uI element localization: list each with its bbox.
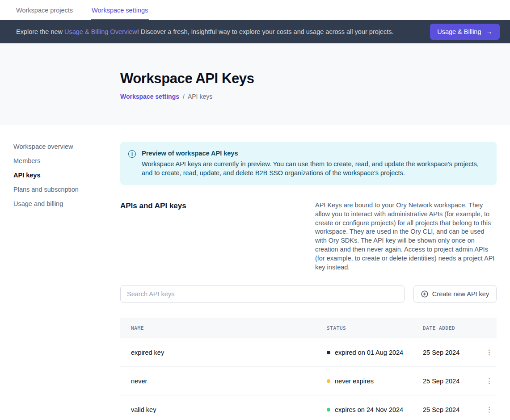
sidebar-item-workspace-overview[interactable]: Workspace overview <box>13 139 120 154</box>
page-header: Workspace API Keys Workspace settings / … <box>0 43 510 125</box>
status-dot <box>327 408 330 412</box>
main-layout: Workspace overview Members API keys Plan… <box>0 125 510 420</box>
section-description: API Keys are bound to your Ory Network w… <box>315 201 497 272</box>
breadcrumb-separator: / <box>183 93 185 100</box>
sidebar-item-plans-and-subscription[interactable]: Plans and subscription <box>13 182 120 197</box>
usage-billing-button[interactable]: Usage & Billing → <box>430 24 500 40</box>
apis-section: APIs and API keys API Keys are bound to … <box>120 201 497 272</box>
table-row: valid key expires on 24 Nov 2024 25 Sep … <box>120 395 497 420</box>
column-header-date-added: DATE ADDED <box>423 325 482 331</box>
banner-text-after: ! Discover a fresh, insightful way to ex… <box>137 28 394 35</box>
sidebar-item-usage-and-billing[interactable]: Usage and billing <box>13 197 120 211</box>
table-row: never never expires 25 Sep 2024 ⋮ <box>120 367 497 395</box>
column-header-status: STATUS <box>327 325 423 331</box>
content-area: i Preview of workspace API keys Workspac… <box>120 125 497 420</box>
api-key-name: never <box>131 378 327 385</box>
sidebar-item-members[interactable]: Members <box>13 154 120 168</box>
callout-body: Workspace API keys are currently in prev… <box>142 160 482 177</box>
status-cell: expired on 01 Aug 2024 <box>327 349 423 356</box>
status-cell: expires on 24 Nov 2024 <box>327 406 423 413</box>
tab-workspace-settings[interactable]: Workspace settings <box>92 0 148 20</box>
status-dot <box>327 379 330 383</box>
usage-billing-button-label: Usage & Billing <box>437 28 481 35</box>
date-added: 25 Sep 2024 <box>423 406 482 413</box>
preview-callout: i Preview of workspace API keys Workspac… <box>120 142 497 185</box>
status-text: expires on 24 Nov 2024 <box>335 406 403 413</box>
status-cell: never expires <box>327 378 423 385</box>
sidebar-item-api-keys[interactable]: API keys <box>13 168 120 182</box>
api-key-name: valid key <box>131 406 327 413</box>
settings-sidebar: Workspace overview Members API keys Plan… <box>0 125 120 420</box>
table-header-row: NAME STATUS DATE ADDED <box>120 318 497 338</box>
info-icon: i <box>128 150 136 158</box>
create-api-key-label: Create new API key <box>432 290 489 298</box>
status-text: never expires <box>335 378 374 385</box>
table-controls: Create new API key <box>120 285 497 303</box>
row-actions-menu-icon[interactable]: ⋮ <box>483 403 496 416</box>
date-added: 25 Sep 2024 <box>423 378 482 385</box>
api-key-name: expired key <box>131 349 327 356</box>
callout-title: Preview of workspace API keys <box>142 150 482 157</box>
breadcrumb-workspace-settings-link[interactable]: Workspace settings <box>120 93 179 100</box>
callout-text: Preview of workspace API keys Workspace … <box>142 150 482 177</box>
api-keys-table: NAME STATUS DATE ADDED expired key expir… <box>120 318 497 420</box>
column-header-name: NAME <box>131 325 327 331</box>
row-actions-menu-icon[interactable]: ⋮ <box>483 346 496 359</box>
plus-circle-icon <box>421 290 428 298</box>
breadcrumb: Workspace settings / API keys <box>120 93 510 100</box>
create-api-key-button[interactable]: Create new API key <box>413 285 497 303</box>
arrow-right-icon: → <box>486 28 493 35</box>
row-actions-menu-icon[interactable]: ⋮ <box>483 375 496 387</box>
date-added: 25 Sep 2024 <box>423 349 482 356</box>
status-dot <box>327 351 330 354</box>
search-input[interactable] <box>120 285 405 303</box>
tab-workspace-projects[interactable]: Workspace projects <box>16 0 73 20</box>
top-navigation: Workspace projects Workspace settings <box>0 0 510 20</box>
status-text: expired on 01 Aug 2024 <box>335 349 403 356</box>
breadcrumb-current: API keys <box>188 93 212 100</box>
usage-billing-overview-link[interactable]: Usage & Billing Overview <box>64 28 137 35</box>
section-heading: APIs and API keys <box>120 201 186 210</box>
page-title: Workspace API Keys <box>120 71 510 87</box>
banner-text-before: Explore the new <box>16 28 64 35</box>
banner-message: Explore the new Usage & Billing Overview… <box>16 28 430 35</box>
announcement-banner: Explore the new Usage & Billing Overview… <box>0 20 510 43</box>
table-row: expired key expired on 01 Aug 2024 25 Se… <box>120 338 497 367</box>
